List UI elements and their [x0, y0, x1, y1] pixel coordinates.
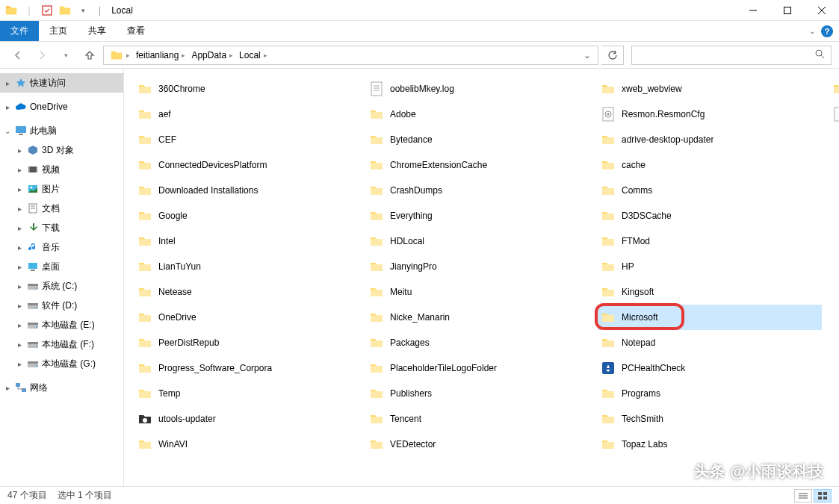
- chevron-right-icon[interactable]: ▸: [3, 384, 12, 392]
- forward-button[interactable]: [31, 45, 52, 66]
- back-button[interactable]: [7, 45, 28, 66]
- sidebar-item[interactable]: ▸本地磁盘 (E:): [0, 315, 123, 335]
- refresh-button[interactable]: [601, 46, 624, 65]
- file-item[interactable]: PCHealthCheck: [598, 355, 822, 381]
- file-item[interactable]: xweb_webview: [598, 76, 822, 102]
- sidebar-this-pc[interactable]: ⌄ 此电脑: [0, 121, 123, 140]
- breadcrumb-root-icon[interactable]: ▸: [107, 49, 133, 62]
- file-item[interactable]: Downloaded Installations: [134, 178, 359, 203]
- chevron-right-icon[interactable]: ▸: [15, 205, 24, 213]
- file-item[interactable]: ChromeExtensionCache: [366, 152, 590, 178]
- file-item[interactable]: Google: [134, 203, 359, 228]
- file-item[interactable]: LianTuYun: [134, 254, 359, 279]
- address-dropdown-icon[interactable]: ⌄: [580, 50, 595, 60]
- file-item[interactable]: Topaz Labs: [598, 432, 822, 457]
- file-item[interactable]: Temp: [134, 381, 359, 406]
- chevron-right-icon[interactable]: ▸: [3, 79, 12, 87]
- maximize-button[interactable]: [770, 0, 805, 21]
- file-item[interactable]: Resmon.ResmonCfg: [598, 102, 822, 127]
- file-item[interactable]: Adobe: [366, 102, 590, 127]
- chevron-right-icon[interactable]: ▸: [15, 166, 24, 174]
- file-item[interactable]: Netease: [134, 279, 359, 305]
- chevron-right-icon[interactable]: ▸: [3, 103, 12, 111]
- breadcrumb-item[interactable]: feitianliang▸: [133, 50, 188, 60]
- file-item[interactable]: Packages: [366, 330, 590, 355]
- file-item[interactable]: Intel: [134, 228, 359, 254]
- file-item[interactable]: Progress_Software_Corpora: [134, 355, 359, 381]
- chevron-right-icon[interactable]: ▸: [15, 146, 24, 155]
- chevron-right-icon[interactable]: ▸: [15, 224, 24, 232]
- chevron-right-icon[interactable]: ▸: [15, 360, 24, 368]
- file-item[interactable]: Publishers: [366, 381, 590, 406]
- tab-view[interactable]: 查看: [117, 21, 155, 41]
- file-item[interactable]: Kingsoft: [598, 279, 822, 305]
- sidebar-item[interactable]: ▸图片: [0, 179, 123, 199]
- tab-share[interactable]: 共享: [78, 21, 117, 41]
- file-item[interactable]: FTMod: [598, 228, 822, 254]
- chevron-right-icon[interactable]: ▸: [15, 243, 24, 252]
- sidebar-item[interactable]: ▸音乐: [0, 237, 123, 257]
- sidebar-item[interactable]: ▸下载: [0, 218, 123, 237]
- file-item[interactable]: 360Chrome: [134, 76, 359, 102]
- sidebar-network[interactable]: ▸ 网络: [0, 378, 123, 397]
- help-icon[interactable]: ?: [821, 25, 833, 37]
- file-item[interactable]: Everything: [366, 203, 590, 228]
- address-bar[interactable]: ▸ feitianliang▸ AppData▸ Local▸ ⌄: [103, 46, 598, 65]
- chevron-right-icon[interactable]: ▸: [15, 282, 24, 290]
- file-item[interactable]: Comms: [598, 178, 822, 203]
- file-item[interactable]: VEDetector: [366, 432, 590, 457]
- qat-dropdown-icon[interactable]: ▾: [75, 2, 91, 19]
- search-input[interactable]: [631, 46, 832, 65]
- sidebar-quick-access[interactable]: ▸ 快速访问: [0, 73, 123, 93]
- file-item[interactable]: Bytedance: [366, 127, 590, 152]
- file-item[interactable]: PlaceholderTileLogoFolder: [366, 355, 590, 381]
- view-details-button[interactable]: [794, 489, 812, 503]
- sidebar-onedrive[interactable]: ▸ OneDrive: [0, 97, 123, 116]
- chevron-right-icon[interactable]: ▸: [15, 340, 24, 349]
- minimize-button[interactable]: [736, 0, 770, 21]
- file-item[interactable]: adrive-desktop-updater: [598, 127, 822, 152]
- file-item[interactable]: PeerDistRepub: [134, 330, 359, 355]
- file-item[interactable]: HDLocal: [366, 228, 590, 254]
- chevron-down-icon[interactable]: ⌄: [3, 127, 12, 135]
- sidebar-item[interactable]: ▸本地磁盘 (F:): [0, 335, 123, 354]
- file-item[interactable]: ConnectedDevicesPlatform: [134, 152, 359, 178]
- sidebar-item[interactable]: ▸视频: [0, 160, 123, 179]
- breadcrumb-item[interactable]: Local▸: [236, 50, 270, 60]
- sidebar-item[interactable]: ▸本地磁盘 (G:): [0, 354, 123, 373]
- file-item[interactable]: JianyingPro: [366, 254, 590, 279]
- file-item[interactable]: cache: [598, 152, 822, 178]
- file-item[interactable]: CEF: [134, 127, 359, 152]
- file-item[interactable]: D3DSCache: [598, 203, 822, 228]
- sidebar-item[interactable]: ▸系统 (C:): [0, 276, 123, 296]
- chevron-right-icon[interactable]: ▸: [15, 321, 24, 329]
- ribbon-expand-icon[interactable]: ⌄: [809, 27, 815, 35]
- file-item[interactable]: Notepad: [598, 330, 822, 355]
- file-item[interactable]: Programs: [598, 381, 822, 406]
- breadcrumb-item[interactable]: AppData▸: [188, 50, 236, 60]
- chevron-right-icon[interactable]: ▸: [15, 263, 24, 271]
- recent-dropdown-icon[interactable]: ▾: [55, 45, 76, 66]
- up-button[interactable]: [79, 45, 100, 66]
- file-item[interactable]: TechSmith: [598, 406, 822, 432]
- chevron-right-icon[interactable]: ▸: [15, 185, 24, 193]
- file-item[interactable]: oobelibMkey.log: [366, 76, 590, 102]
- file-item[interactable]: Meitu: [366, 279, 590, 305]
- file-item[interactable]: CrashDumps: [366, 178, 590, 203]
- file-item[interactable]: HP: [598, 254, 822, 279]
- sidebar-item[interactable]: ▸桌面: [0, 257, 123, 276]
- file-item[interactable]: utools-updater: [134, 406, 359, 432]
- view-icons-button[interactable]: [814, 489, 832, 503]
- file-item[interactable]: WinAVI: [134, 432, 359, 457]
- qat-properties-icon[interactable]: [39, 2, 55, 19]
- file-item[interactable]: OneDrive: [134, 305, 359, 330]
- file-item[interactable]: Nicke_Manarin: [366, 305, 590, 330]
- file-item[interactable]: Microsoft: [598, 305, 822, 330]
- tab-home[interactable]: 主页: [39, 21, 78, 41]
- file-item[interactable]: Adobe 存储为 Web 所用格式 13.0 Prefs: [829, 102, 839, 127]
- file-item[interactable]: aef: [134, 102, 359, 127]
- sidebar-item[interactable]: ▸软件 (D:): [0, 296, 123, 315]
- file-item[interactable]: Tencent: [366, 406, 590, 432]
- tab-file[interactable]: 文件: [0, 21, 39, 41]
- file-item[interactable]: VirtualStore: [829, 76, 839, 102]
